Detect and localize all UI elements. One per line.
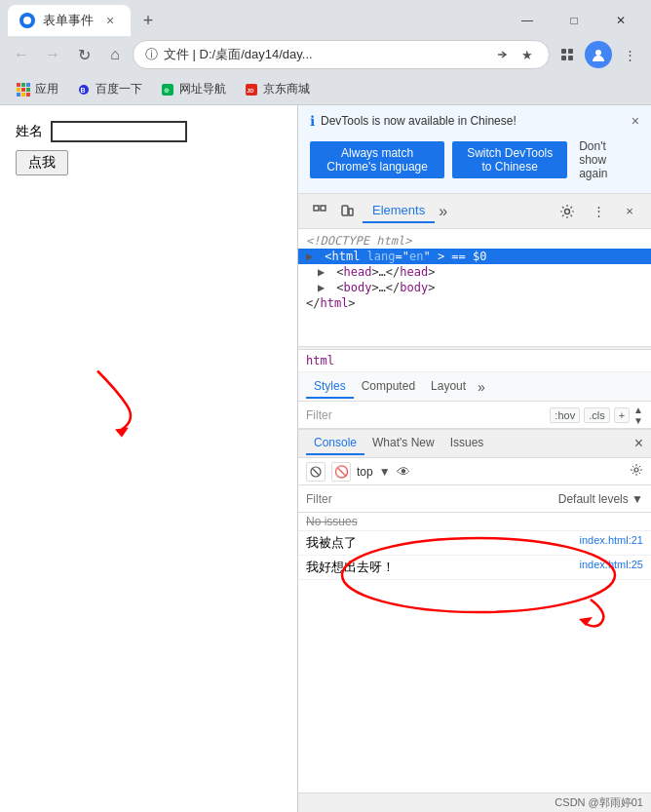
console-file-1[interactable]: index.html:21 xyxy=(580,534,643,546)
svg-point-0 xyxy=(23,17,31,24)
console-output: 我被点了 index.html:21 我好想出去呀！ index.html:25 xyxy=(298,531,651,793)
devtools-panel: ℹ DevTools is now available in Chinese! … xyxy=(297,105,651,812)
svg-rect-10 xyxy=(21,88,25,92)
console-tab-issues[interactable]: Issues xyxy=(442,432,492,455)
svg-text:JD: JD xyxy=(247,88,254,94)
svg-rect-12 xyxy=(17,93,20,97)
address-bar: ← → ↻ ⌂ ⓘ 文件 | D:/桌面/day14/day... ★ ⋮ xyxy=(0,35,651,76)
dont-show-again-button[interactable]: Don't show again xyxy=(575,135,639,185)
address-box[interactable]: ⓘ 文件 | D:/桌面/day14/day... ★ xyxy=(133,40,550,69)
cls-button[interactable]: .cls xyxy=(584,407,610,423)
svg-rect-11 xyxy=(26,88,30,92)
svg-rect-14 xyxy=(26,93,30,97)
console-tab-whatsnew[interactable]: What's New xyxy=(364,432,442,455)
console-tabs: Console What's New Issues × xyxy=(298,429,651,458)
default-levels[interactable]: Default levels ▼ xyxy=(558,492,643,506)
bookmark-star-icon[interactable]: ★ xyxy=(517,45,537,64)
console-clear-button[interactable] xyxy=(306,462,326,482)
head-element-line[interactable]: ▶ <head>…</head> xyxy=(298,264,651,280)
styles-tab-computed[interactable]: Computed xyxy=(354,375,423,399)
styles-filter-row: Filter :hov .cls + ▲ ▼ xyxy=(298,402,651,429)
add-style-button[interactable]: + xyxy=(614,407,630,423)
address-icons: ★ xyxy=(494,45,537,64)
inspector-button[interactable] xyxy=(306,198,333,225)
profile-button[interactable] xyxy=(585,41,612,68)
minimize-button[interactable]: — xyxy=(505,7,550,34)
elements-tab[interactable]: Elements xyxy=(363,199,435,223)
device-toggle-button[interactable] xyxy=(333,198,361,225)
baidu-icon: B xyxy=(76,82,92,97)
name-input[interactable] xyxy=(51,121,187,142)
styles-more-button[interactable]: » xyxy=(478,379,485,395)
extensions-icon[interactable] xyxy=(554,41,581,68)
styles-filter-placeholder[interactable]: Filter xyxy=(306,408,550,422)
home-button[interactable]: ⌂ xyxy=(101,41,129,68)
console-filter-input[interactable] xyxy=(306,492,551,506)
devtools-settings-button[interactable] xyxy=(554,198,581,225)
console-file-2[interactable]: index.html:25 xyxy=(580,559,643,570)
more-button[interactable]: ⋮ xyxy=(616,41,643,68)
styles-tab-styles[interactable]: Styles xyxy=(306,375,354,399)
more-tabs-button[interactable]: » xyxy=(439,203,447,220)
console-filter-row: Default levels ▼ xyxy=(298,485,651,513)
notification-text: DevTools is now available in Chinese! xyxy=(321,114,626,128)
new-tab-button[interactable]: + xyxy=(134,7,162,34)
devtools-more-button[interactable]: ⋮ xyxy=(585,198,612,225)
console-tab-console[interactable]: Console xyxy=(306,432,364,455)
doctype-line[interactable]: <!DOCTYPE html> xyxy=(298,233,651,249)
notification-close[interactable]: × xyxy=(632,113,639,129)
switch-chinese-button[interactable]: Switch DevTools to Chinese xyxy=(452,141,567,178)
back-button[interactable]: ← xyxy=(8,41,35,68)
svg-rect-4 xyxy=(568,56,573,60)
share-icon[interactable] xyxy=(494,45,514,64)
nav-icon: ⊕ xyxy=(160,82,175,97)
svg-text:⊕: ⊕ xyxy=(164,87,170,94)
hov-button[interactable]: :hov xyxy=(550,407,580,423)
scroll-down-icon[interactable]: ▼ xyxy=(633,415,643,426)
console-filter-toggle[interactable]: 🚫 xyxy=(331,462,351,482)
svg-rect-6 xyxy=(17,83,20,87)
svg-text:B: B xyxy=(81,87,86,94)
address-text: 文件 | D:/桌面/day14/day... xyxy=(164,46,488,63)
top-level-label: top xyxy=(357,465,373,479)
lock-icon: ⓘ xyxy=(145,46,158,63)
close-button[interactable]: ✕ xyxy=(598,7,643,34)
svg-rect-25 xyxy=(349,209,353,215)
top-dropdown-arrow[interactable]: ▼ xyxy=(379,465,391,479)
svg-rect-8 xyxy=(26,83,30,87)
bookmark-nav[interactable]: ⊕ 网址导航 xyxy=(152,79,234,99)
html-close-line[interactable]: </html> xyxy=(298,295,651,311)
bookmark-jd[interactable]: JD 京东商城 xyxy=(236,79,318,99)
breadcrumb[interactable]: html xyxy=(298,350,651,372)
tab-close-button[interactable]: × xyxy=(101,12,119,29)
console-close-button[interactable]: × xyxy=(634,435,643,452)
svg-rect-3 xyxy=(561,56,566,60)
console-gear-button[interactable] xyxy=(630,463,643,480)
main-area: 姓名 点我 ℹ DevTools is now available in Chi… xyxy=(0,105,651,812)
forward-button[interactable]: → xyxy=(39,41,66,68)
styles-filter-buttons: :hov .cls + xyxy=(550,407,630,423)
info-icon: ℹ xyxy=(310,113,315,129)
eye-icon[interactable]: 👁 xyxy=(397,464,410,480)
maximize-button[interactable]: □ xyxy=(552,7,596,34)
bottom-credit: CSDN @郭雨婷01 xyxy=(555,795,643,810)
console-row-2: 我好想出去呀！ index.html:25 xyxy=(298,556,651,580)
console-row-1: 我被点了 index.html:21 xyxy=(298,531,651,556)
styles-tab-layout[interactable]: Layout xyxy=(423,375,474,399)
html-element-line[interactable]: ▶ <html lang="en" > == $0 xyxy=(298,249,651,264)
devtools-close-button[interactable]: × xyxy=(616,198,643,225)
no-issues-text: No issues xyxy=(298,513,651,531)
bookmark-apps[interactable]: 应用 xyxy=(8,79,66,99)
svg-rect-22 xyxy=(314,206,319,211)
bookmark-baidu[interactable]: B 百度一下 xyxy=(68,79,150,99)
scroll-up-icon[interactable]: ▲ xyxy=(633,405,643,415)
match-language-button[interactable]: Always match Chrome's language xyxy=(310,141,444,178)
baidu-label: 百度一下 xyxy=(96,81,142,97)
nav-label: 网址导航 xyxy=(179,81,226,97)
body-element-line[interactable]: ▶ <body>…</body> xyxy=(298,280,651,295)
svg-point-5 xyxy=(595,50,601,56)
active-tab[interactable]: 表单事件 × xyxy=(8,5,131,36)
refresh-button[interactable]: ↻ xyxy=(70,41,97,68)
svg-rect-23 xyxy=(321,206,326,211)
click-button[interactable]: 点我 xyxy=(16,150,68,175)
